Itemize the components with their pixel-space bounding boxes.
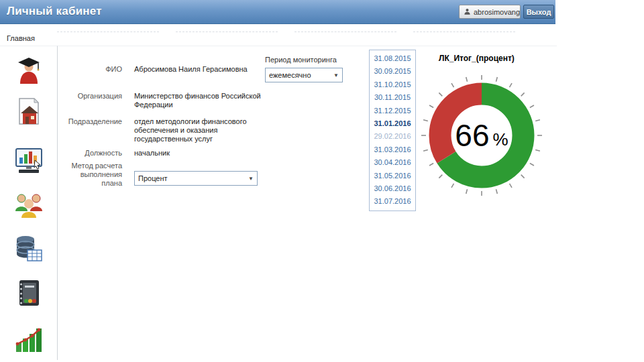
reports-icon [13, 277, 45, 309]
username: abrosimovang [474, 8, 520, 16]
tabs-row [0, 24, 555, 35]
position-value: начальник [134, 149, 263, 158]
sidebar-item-database[interactable] [13, 233, 45, 265]
date-item[interactable]: 30.06.2016 [370, 182, 415, 195]
sidebar-item-student[interactable] [13, 54, 45, 86]
user-badge[interactable]: abrosimovang [459, 5, 521, 19]
users-icon [13, 188, 45, 221]
organization-icon [13, 96, 45, 128]
date-item[interactable]: 30.11.2015 [370, 91, 415, 104]
date-list: 31.08.201530.09.201531.10.201530.11.2015… [369, 50, 416, 211]
date-item[interactable]: 30.04.2016 [370, 156, 415, 169]
method-select-value: Процент [138, 174, 168, 182]
donut-chart: 66 % [415, 68, 549, 202]
logout-button[interactable]: Выход [523, 5, 554, 19]
student-icon [13, 54, 45, 86]
tab-placeholder [176, 26, 278, 32]
date-item[interactable]: 30.09.2015 [370, 65, 415, 78]
department-value: отдел методологии финансового обеспечени… [134, 117, 263, 143]
sidebar-item-statistics[interactable] [13, 322, 45, 355]
date-item[interactable]: 29.02.2016 [370, 130, 415, 143]
date-item[interactable]: 31.01.2016 [370, 117, 415, 130]
sidebar-item-users[interactable] [13, 188, 45, 221]
main-content: ФИО Абросимова Наиля Герасимовна Организ… [58, 46, 557, 360]
date-item[interactable]: 31.07.2016 [370, 195, 415, 208]
fio-value: Абросимова Наиля Герасимовна [134, 65, 263, 74]
monitoring-period-label: Период мониторинга [265, 56, 337, 64]
tab-placeholder [413, 26, 515, 32]
fio-label: ФИО [58, 65, 122, 74]
method-label: Метод расчета выполнения плана [58, 162, 122, 188]
sidebar-item-reports[interactable] [13, 277, 45, 309]
chevron-down-icon: ▼ [333, 72, 339, 78]
sidebar-item-organization[interactable] [13, 96, 45, 128]
monitoring-period-value: ежемесячно [269, 71, 311, 79]
monitoring-period-select[interactable]: ежемесячно ▼ [265, 68, 343, 82]
database-icon [13, 233, 45, 265]
date-item[interactable]: 31.12.2015 [370, 105, 415, 117]
organization-label: Организация [58, 92, 122, 101]
date-item[interactable]: 31.05.2016 [370, 170, 415, 182]
date-item[interactable]: 31.03.2016 [370, 143, 415, 156]
sidebar [0, 46, 58, 360]
organization-value: Министерство финансов Российской Федерац… [134, 92, 263, 109]
page-title: Личный кабинет [7, 5, 102, 18]
breadcrumb-home[interactable]: Главная [7, 34, 35, 42]
date-item[interactable]: 31.08.2015 [370, 52, 415, 65]
position-label: Должность [58, 149, 122, 158]
chevron-down-icon: ▼ [248, 176, 254, 182]
donut-chart-svg [415, 68, 549, 202]
date-item[interactable]: 31.10.2015 [370, 78, 415, 91]
user-icon [464, 8, 471, 15]
header: Личный кабинет abrosimovang Выход [0, 0, 555, 24]
statistics-icon [13, 322, 45, 355]
chart-title: ЛК_Итог_(процент) [439, 54, 515, 63]
app-window: Личный кабинет abrosimovang Выход Главна… [0, 0, 557, 362]
monitoring-icon [13, 144, 45, 176]
tab-placeholder [57, 26, 159, 32]
sidebar-item-monitoring[interactable] [13, 144, 45, 176]
department-label: Подразделение [58, 117, 122, 126]
tab-placeholder [294, 26, 396, 32]
method-select[interactable]: Процент ▼ [134, 171, 258, 186]
